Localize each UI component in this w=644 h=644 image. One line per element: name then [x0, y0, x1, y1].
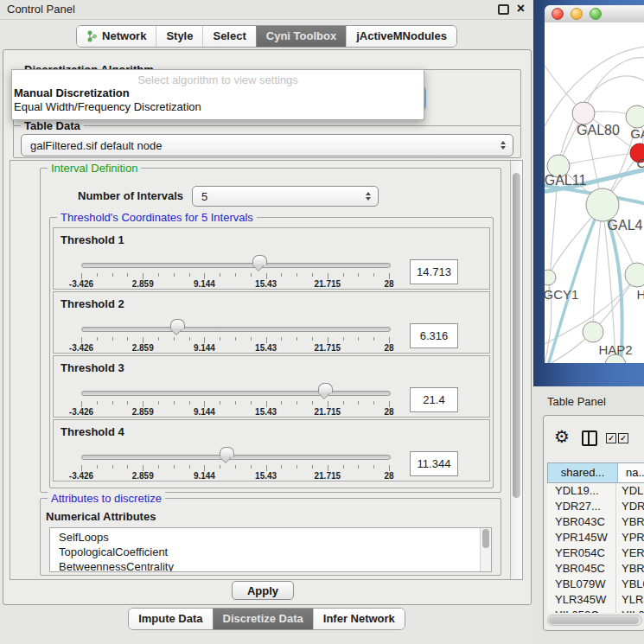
- horizontal-scrollbar[interactable]: [547, 615, 642, 626]
- table-data-group: Table Data galFiltered.sif default node: [13, 125, 521, 158]
- zoom-traffic-light-icon[interactable]: [590, 8, 602, 20]
- network-node[interactable]: [545, 270, 556, 285]
- table-row[interactable]: YER054CYER0: [547, 545, 644, 561]
- numerical-attributes-label: Numerical Attributes: [46, 510, 156, 523]
- tick-mark: [312, 465, 313, 469]
- number-of-intervals-combobox[interactable]: 5: [192, 186, 379, 207]
- threshold-panel: Threshold 4-3.4262.8599.14415.4321.71528…: [53, 419, 490, 481]
- tick-mark: [373, 401, 374, 405]
- network-node[interactable]: [626, 105, 644, 128]
- tick-mark: [358, 465, 359, 469]
- attribute-item[interactable]: SelfLoops: [59, 530, 491, 545]
- slider-thumb[interactable]: [318, 383, 333, 393]
- combo-value: 5: [201, 187, 207, 206]
- spinner-arrows-icon[interactable]: [501, 141, 506, 150]
- tab-label: Infer Network: [323, 609, 395, 629]
- numerical-attributes-list[interactable]: SelfLoopsTopologicalCoefficientBetweenne…: [49, 527, 492, 572]
- network-node[interactable]: [572, 102, 595, 124]
- tab-label: jActiveMNodules: [356, 26, 447, 47]
- slider-track[interactable]: [81, 455, 391, 460]
- tick-mark: [389, 465, 390, 471]
- threshold-panel: Threshold 1-3.4262.8599.14415.4321.71528…: [53, 227, 490, 290]
- slider-thumb[interactable]: [220, 447, 234, 457]
- close-traffic-light-icon[interactable]: [552, 8, 564, 20]
- tick-label: -3.426: [69, 471, 93, 481]
- node-label: GAL80: [577, 123, 620, 137]
- tick-mark: [97, 465, 98, 469]
- tick-mark: [358, 273, 359, 277]
- cell-shared-name: YDL19...: [547, 483, 616, 499]
- table-row[interactable]: YDL19...YDL1: [547, 483, 644, 499]
- node-label: GA: [630, 126, 644, 141]
- slider-thumb[interactable]: [170, 319, 185, 329]
- tick-label: 21.715: [315, 343, 341, 353]
- column-header-name[interactable]: na...: [618, 463, 644, 482]
- apply-button[interactable]: Apply: [232, 581, 294, 600]
- threshold-value-field[interactable]: 14.713: [410, 259, 458, 284]
- network-node[interactable]: [583, 322, 603, 342]
- tab-jactivemnodules[interactable]: jActiveMNodules: [346, 26, 456, 47]
- group-title: Table Data: [21, 119, 84, 132]
- table-row[interactable]: YBL079WYBL0: [547, 577, 644, 592]
- float-window-icon[interactable]: [498, 4, 509, 15]
- cell-shared-name: YLR345W: [547, 592, 616, 608]
- network-node[interactable]: [586, 188, 619, 221]
- network-view-window: GAL80GACGAL11GAL4GCY1HHAP2: [533, 0, 644, 386]
- table-row[interactable]: YIL052CYIL0: [547, 608, 644, 613]
- table-row[interactable]: YPR145WYPR1: [547, 530, 644, 545]
- network-node[interactable]: [625, 263, 644, 287]
- tick-label: 9.144: [194, 407, 215, 417]
- threshold-value-field[interactable]: 11.344: [410, 451, 458, 476]
- network-edge[interactable]: [583, 58, 644, 113]
- slider-track[interactable]: [81, 263, 391, 268]
- checkbox-icon[interactable]: ✓: [606, 433, 616, 443]
- tab-cyni-toolbox[interactable]: Cyni Toolbox: [256, 26, 346, 47]
- tick-mark: [281, 465, 282, 469]
- threshold-label: Threshold 4: [61, 425, 124, 438]
- slider-track[interactable]: [81, 391, 391, 396]
- tick-mark: [204, 465, 205, 471]
- attribute-item[interactable]: BetweennessCentrality: [59, 559, 491, 572]
- slider-track[interactable]: [81, 327, 391, 332]
- table-row[interactable]: YDR27...YDR2: [547, 499, 644, 514]
- tab-network[interactable]: Network: [77, 26, 156, 47]
- threshold-value-field[interactable]: 21.4: [410, 387, 458, 412]
- vertical-scrollbar[interactable]: [510, 161, 522, 579]
- top-tabs: NetworkStyleSelectCyni ToolboxjActiveMNo…: [76, 25, 457, 48]
- column-selector-icon[interactable]: [582, 430, 597, 446]
- table-row[interactable]: YBR043CYBR0: [547, 514, 644, 530]
- combo-value: galFiltered.sif default node: [30, 135, 162, 156]
- tick-mark: [235, 401, 236, 405]
- table-header-row: shared... na...: [547, 462, 644, 483]
- network-canvas[interactable]: GAL80GACGAL11GAL4GCY1HHAP2: [545, 22, 644, 363]
- tab-style[interactable]: Style: [156, 26, 202, 47]
- list-scrollbar[interactable]: [480, 528, 491, 571]
- close-icon[interactable]: ×: [517, 2, 525, 16]
- settings-gear-icon[interactable]: ⚙: [554, 426, 570, 447]
- tab-impute-data[interactable]: Impute Data: [129, 609, 212, 629]
- cell-shared-name: YDR27...: [547, 499, 616, 514]
- tick-mark: [143, 401, 143, 407]
- column-header-shared-name[interactable]: shared...: [548, 463, 618, 482]
- menu-item-manual-discretization[interactable]: Manual Discretization: [12, 86, 424, 100]
- tick-mark: [174, 337, 175, 341]
- tab-select[interactable]: Select: [202, 26, 255, 47]
- tick-mark: [220, 465, 220, 469]
- table-row[interactable]: YBR045CYBR0: [547, 561, 644, 577]
- spinner-arrows-icon[interactable]: [366, 192, 371, 201]
- tab-label: Cyni Toolbox: [266, 26, 336, 47]
- tick-mark: [97, 337, 98, 341]
- tick-mark: [112, 273, 113, 277]
- checkbox-icon[interactable]: ✓: [618, 433, 628, 443]
- minimize-traffic-light-icon[interactable]: [571, 8, 583, 20]
- tick-mark: [97, 273, 98, 277]
- slider-thumb[interactable]: [252, 255, 267, 265]
- table-row[interactable]: YLR345WYLR3: [547, 592, 644, 608]
- attribute-item[interactable]: TopologicalCoefficient: [59, 545, 491, 559]
- menu-item-equal-width-frequency[interactable]: Equal Width/Frequency Discretization: [12, 100, 424, 114]
- tab-infer-network[interactable]: Infer Network: [313, 609, 405, 629]
- table-data-combobox[interactable]: galFiltered.sif default node: [21, 134, 513, 156]
- threshold-value-field[interactable]: 6.316: [410, 323, 458, 348]
- node-label: GAL11: [545, 173, 586, 188]
- tab-discretize-data[interactable]: Discretize Data: [213, 609, 313, 629]
